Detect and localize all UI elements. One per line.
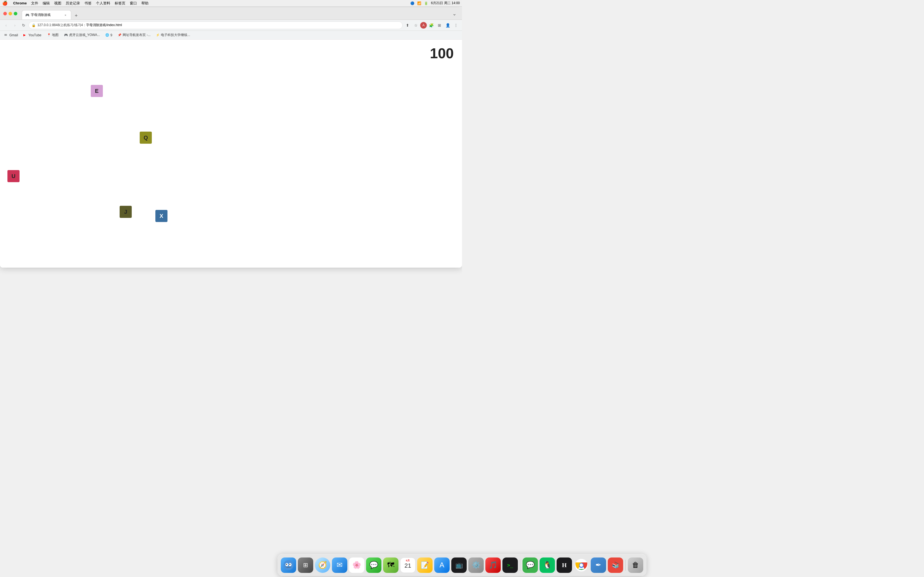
- menu-bookmarks[interactable]: 书签: [82, 1, 94, 6]
- bookmark-yowa-label: 虎牙云游戏_YOWA...: [69, 33, 100, 37]
- account-button[interactable]: 👤: [444, 21, 452, 29]
- nav-favicon: 📌: [118, 33, 121, 37]
- apple-menu[interactable]: 🍎: [2, 0, 8, 6]
- bookmark-uestc-label: 电子科技大学继续...: [161, 33, 190, 37]
- battery-status: 🔋: [424, 2, 428, 5]
- tab-title: 字母消除游戏: [31, 13, 61, 17]
- menu-edit[interactable]: 编辑: [40, 1, 52, 6]
- forward-button[interactable]: ›: [11, 21, 19, 29]
- tile-E[interactable]: E: [91, 85, 103, 97]
- url-path: 字母消除游戏/index.html: [86, 23, 122, 27]
- chrome-window: 🎮 字母消除游戏 × + ⌄ ‹ › ↻ 🔒 127.0.0.1:8848/上机…: [0, 8, 462, 268]
- bookmark-9-label: 9: [110, 33, 112, 37]
- refresh-button[interactable]: ↻: [20, 21, 27, 29]
- gmail-favicon: ✉: [5, 33, 8, 37]
- score-display: 100: [430, 45, 454, 61]
- maps-favicon: 📍: [47, 33, 51, 37]
- bookmark-maps-label: 地图: [52, 33, 58, 37]
- close-button[interactable]: [3, 12, 7, 15]
- menu-view[interactable]: 视图: [52, 1, 63, 6]
- bookmark-youtube[interactable]: ▶ YouTube: [21, 32, 44, 38]
- bookmark-uestc[interactable]: ⚡ 电子科技大学继续...: [154, 32, 192, 38]
- tab-close-button[interactable]: ×: [63, 13, 68, 17]
- tile-Q[interactable]: Q: [140, 132, 152, 144]
- menu-profile[interactable]: 个人资料: [94, 1, 113, 6]
- bookmark9-favicon: 🌐: [105, 33, 109, 37]
- bookmark-gmail[interactable]: ✉ Gmail: [2, 32, 20, 38]
- menu-bar: 🍎 Chrome 文件 编辑 视图 历史记录 书签 个人资料 标签页 窗口 帮助…: [0, 0, 462, 6]
- bookmark-gmail-label: Gmail: [9, 33, 18, 37]
- menu-button[interactable]: ⋮: [452, 21, 460, 29]
- tile-X[interactable]: X: [155, 210, 168, 222]
- menu-history[interactable]: 历史记录: [63, 1, 82, 6]
- clock: 6月21日 周二 14:00: [431, 1, 460, 5]
- url-text: 127.0.0.1:8848/上机练习/练习4：字母消除游戏/index.htm…: [37, 23, 400, 27]
- minimize-button[interactable]: [8, 12, 12, 15]
- profile-button[interactable]: A: [420, 22, 427, 29]
- tab-favicon: 🎮: [25, 13, 29, 17]
- address-bar[interactable]: 🔒 127.0.0.1:8848/上机练习/练习4：字母消除游戏/index.h…: [29, 21, 402, 29]
- bookmark-9[interactable]: 🌐 9: [103, 32, 115, 38]
- tile-J[interactable]: J: [120, 206, 132, 218]
- youtube-favicon: ▶: [23, 33, 27, 37]
- menu-app-name[interactable]: Chrome: [11, 1, 29, 5]
- share-button[interactable]: ⬆: [404, 21, 411, 29]
- window-controls: [3, 12, 17, 15]
- menu-tabs[interactable]: 标签页: [113, 1, 128, 6]
- game-area: 100 E Q U J X: [0, 40, 462, 268]
- yowa-favicon: 🎮: [64, 33, 68, 37]
- bookmark-nav[interactable]: 📌 网址导航发布页 -...: [115, 32, 153, 38]
- wifi-status: 📶: [417, 2, 421, 5]
- uestc-favicon: ⚡: [156, 33, 160, 37]
- back-button[interactable]: ‹: [2, 21, 10, 29]
- title-bar: 🎮 字母消除游戏 × + ⌄: [0, 8, 462, 20]
- bookmark-button[interactable]: ☆: [412, 21, 420, 29]
- menu-window[interactable]: 窗口: [128, 1, 139, 6]
- tabs-bar: 🎮 字母消除游戏 × +: [22, 8, 450, 19]
- maximize-button[interactable]: [14, 12, 17, 15]
- nav-bar: ‹ › ↻ 🔒 127.0.0.1:8848/上机练习/练习4：字母消除游戏/i…: [0, 20, 462, 31]
- bookmark-yowa[interactable]: 🎮 虎牙云游戏_YOWA...: [62, 32, 102, 38]
- bluetooth-icon: 🔵: [410, 2, 414, 5]
- menu-help[interactable]: 帮助: [139, 1, 151, 6]
- sidebar-button[interactable]: ⊞: [436, 21, 443, 29]
- tile-U[interactable]: U: [7, 170, 19, 182]
- bookmark-nav-label: 网址导航发布页 -...: [123, 33, 150, 37]
- extensions-button[interactable]: 🧩: [427, 21, 435, 29]
- nav-actions: ⬆ ☆ A 🧩 ⊞ 👤 ⋮: [404, 21, 460, 29]
- new-tab-button[interactable]: +: [72, 12, 80, 19]
- url-prefix: 127.0.0.1:8848/上机练习/练习4：: [37, 23, 86, 27]
- active-tab[interactable]: 🎮 字母消除游戏 ×: [22, 10, 71, 19]
- bookmark-maps[interactable]: 📍 地图: [45, 32, 61, 38]
- tab-search-icon[interactable]: ⌄: [452, 11, 457, 17]
- tab-strip-right: ⌄: [452, 11, 459, 17]
- menu-bar-right: 🔵 📶 🔋 6月21日 周二 14:00: [410, 1, 460, 5]
- menu-file[interactable]: 文件: [29, 1, 40, 6]
- bookmark-youtube-label: YouTube: [28, 33, 41, 37]
- bookmarks-bar: ✉ Gmail ▶ YouTube 📍 地图 🎮 虎牙云游戏_YOWA... 🌐…: [0, 31, 462, 40]
- lock-icon: 🔒: [32, 23, 36, 27]
